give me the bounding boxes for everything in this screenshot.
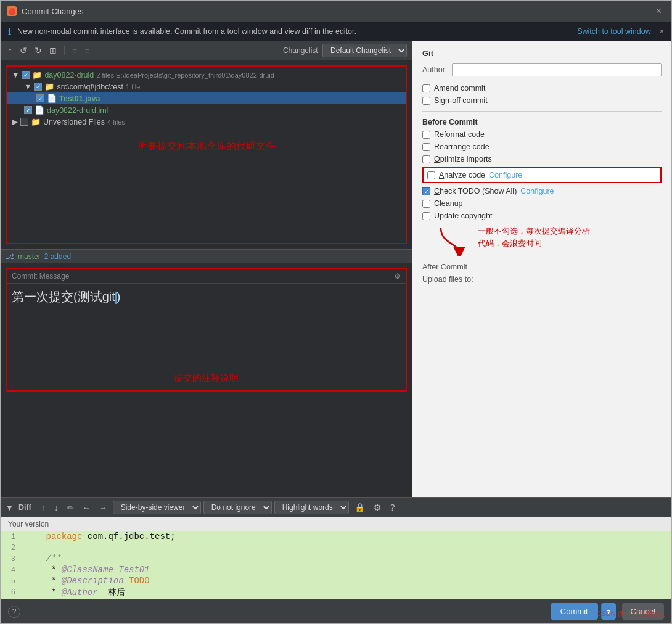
- diff-line-2: 2: [1, 542, 671, 553]
- right-annotation: 一般不勾选，每次提交编译分析代码，会浪费时间: [478, 225, 590, 249]
- diff-button[interactable]: ⊞: [47, 44, 59, 57]
- lock-button[interactable]: 🔒: [351, 501, 368, 514]
- annotation-with-arrow: 一般不勾选，每次提交编译分析代码，会浪费时间: [422, 225, 662, 258]
- line-num-3: 3: [1, 554, 23, 564]
- diff-down-button[interactable]: ↓: [51, 502, 62, 514]
- checkbox-test01[interactable]: ✓: [36, 94, 44, 102]
- line-content-1: package com.qf.jdbc.test;: [23, 532, 671, 541]
- tree-item-iml[interactable]: ✓ 📄 day0822-druid.iml: [7, 104, 406, 116]
- tree-item-src[interactable]: ▼ ✓ 📁 src\com\qf\jdbc\test 1 file: [7, 81, 406, 92]
- commit-message-label: Commit Message: [12, 272, 69, 281]
- cleanup-checkbox[interactable]: [422, 200, 430, 208]
- ignore-dropdown[interactable]: Do not ignore: [203, 501, 272, 514]
- tree-root-path: 2 files E:\IdeaProjects\git_repository_t…: [96, 72, 274, 79]
- expand-button[interactable]: ≡: [70, 44, 80, 57]
- amend-commit-checkbox[interactable]: [422, 84, 430, 92]
- update-copyright-row: Update copyright: [422, 211, 662, 220]
- analyze-code-checkbox[interactable]: [427, 171, 435, 179]
- rearrange-code-checkbox[interactable]: [422, 143, 430, 151]
- analyze-code-label: Analyze code: [439, 171, 485, 179]
- check-todo-configure-link[interactable]: Configure: [520, 187, 554, 195]
- iml-file-icon: 📄: [35, 105, 44, 115]
- titlebar: 🔴 Commit Changes ×: [1, 1, 671, 22]
- toolbar: ↑ ↺ ↻ ⊞ ≡ ≡ Changelist: Default Changeli…: [1, 41, 412, 60]
- added-count: 2 added: [44, 252, 71, 261]
- tree-item-test01[interactable]: ✓ 📄 Test01.java: [7, 92, 406, 104]
- highlight-dropdown[interactable]: Highlight words: [274, 501, 349, 514]
- checkbox-unversioned[interactable]: [20, 118, 28, 126]
- app-icon: 🔴: [7, 6, 17, 16]
- cleanup-label: Cleanup: [434, 199, 463, 208]
- settings-button[interactable]: ⚙: [371, 501, 385, 514]
- optimize-imports-row: Optimize imports: [422, 155, 662, 163]
- right-panel: Git Author: Amend commit Sign-off commit…: [412, 41, 671, 497]
- info-text: New non-modal commit interface is availa…: [17, 27, 573, 36]
- analyze-code-row: Analyze code Configure: [422, 167, 662, 183]
- checkbox-src[interactable]: ✓: [34, 83, 42, 91]
- check-todo-label: Check TODO (Show All): [434, 187, 517, 195]
- line-content-4: * @ClassName Test01: [23, 565, 671, 575]
- commit-message-body[interactable]: 第一次提交(测试git): [7, 284, 406, 366]
- line-num-5: 5: [1, 576, 23, 586]
- after-commit-label: After Commit: [422, 263, 662, 271]
- diff-title: Diff: [18, 503, 31, 512]
- move-up-button[interactable]: ↑: [6, 44, 15, 57]
- diff-next-button[interactable]: →: [96, 502, 110, 514]
- author-row: Author:: [422, 63, 662, 76]
- optimize-imports-checkbox[interactable]: [422, 155, 430, 163]
- diff-line-5: 5 * @Description TODO: [1, 575, 671, 586]
- status-bar: ⎇ master 2 added: [1, 249, 412, 263]
- tree-item-root[interactable]: ▼ ✓ 📁 day0822-druid 2 files E:\IdeaProje…: [7, 69, 406, 81]
- line-num-4: 4: [1, 565, 23, 575]
- diff-header: ▼ Diff ↑ ↓ ✏ ← → Side-by-side viewer Do …: [1, 498, 671, 517]
- reformat-code-row: Reformat code: [422, 130, 662, 139]
- tree-item-unversioned[interactable]: ▶ 📁 Unversioned Files 4 files: [7, 116, 406, 128]
- info-icon: ℹ: [8, 27, 11, 36]
- dismiss-button[interactable]: ×: [660, 27, 664, 36]
- analyze-configure-link[interactable]: Configure: [489, 171, 522, 179]
- diff-line-6: 6 * @Author 林后: [1, 586, 671, 599]
- commit-button[interactable]: Commit: [551, 603, 598, 620]
- check-todo-checkbox[interactable]: ✓: [422, 187, 430, 195]
- line-num-1: 1: [1, 532, 23, 541]
- checkbox-iml[interactable]: ✓: [24, 106, 32, 114]
- switch-to-tool-window-link[interactable]: Switch to tool window: [577, 27, 651, 36]
- tree-test01-name: Test01.java: [59, 94, 100, 103]
- separator-1: [422, 111, 662, 112]
- diff-up-button[interactable]: ↑: [39, 502, 49, 514]
- amend-commit-row: Amend commit: [422, 84, 662, 92]
- help-diff-button[interactable]: ?: [387, 501, 398, 514]
- reformat-code-checkbox[interactable]: [422, 131, 430, 139]
- left-panel: ↑ ↺ ↻ ⊞ ≡ ≡ Changelist: Default Changeli…: [1, 41, 412, 497]
- update-copyright-label: Update copyright: [434, 211, 493, 220]
- undo-button[interactable]: ↺: [17, 44, 30, 57]
- checkbox-root[interactable]: ✓: [22, 71, 30, 79]
- line-num-2: 2: [1, 543, 23, 552]
- bottom-bar: ? Commit ▼ Cancel: [1, 599, 671, 623]
- settings-icon: ⚙: [394, 272, 401, 281]
- update-copyright-checkbox[interactable]: [422, 212, 430, 220]
- changelist-dropdown[interactable]: Default Changelist: [322, 44, 407, 57]
- rearrange-code-row: Rearrange code: [422, 142, 662, 151]
- diff-line-3: 3 /**: [1, 553, 671, 564]
- rearrange-code-label: Rearrange code: [434, 142, 490, 151]
- diff-prev-button[interactable]: ←: [80, 502, 94, 514]
- author-input[interactable]: [452, 63, 662, 76]
- diff-your-version-label: Your version: [1, 517, 671, 531]
- collapse-button[interactable]: ≡: [82, 44, 92, 57]
- sign-off-checkbox[interactable]: [422, 97, 430, 105]
- tree-iml-name: day0822-druid.iml: [47, 106, 108, 115]
- diff-line-4: 4 * @ClassName Test01: [1, 564, 671, 575]
- close-button[interactable]: ×: [652, 4, 665, 18]
- refresh-button[interactable]: ↻: [32, 44, 44, 57]
- file-tree: ▼ ✓ 📁 day0822-druid 2 files E:\IdeaProje…: [6, 65, 407, 244]
- commit-message-header: Commit Message ⚙: [7, 269, 406, 284]
- commit-annotation: 提交的注释说明: [7, 366, 406, 390]
- help-button[interactable]: ?: [8, 606, 20, 618]
- viewer-dropdown[interactable]: Side-by-side viewer: [113, 501, 201, 514]
- sign-off-label: Sign-off commit: [434, 96, 488, 105]
- diff-edit-button[interactable]: ✏: [64, 502, 77, 514]
- folder-icon: 📁: [32, 70, 42, 80]
- diff-expand-icon[interactable]: ▼: [6, 503, 14, 512]
- commit-message-section: Commit Message ⚙ 第一次提交(测试git) 提交的注释说明: [6, 268, 407, 392]
